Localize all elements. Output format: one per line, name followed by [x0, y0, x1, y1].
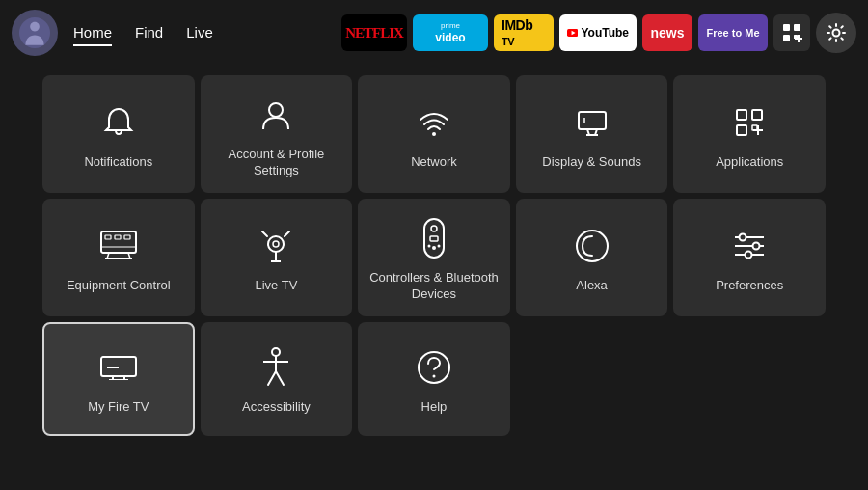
- svg-point-35: [427, 244, 430, 247]
- svg-point-53: [432, 375, 435, 378]
- svg-point-34: [432, 246, 436, 250]
- apps-icon: [727, 100, 772, 145]
- svg-point-37: [577, 231, 608, 261]
- svg-rect-15: [737, 110, 746, 120]
- nav-find[interactable]: Find: [135, 20, 163, 46]
- gear-icon: [826, 22, 847, 43]
- svg-point-43: [746, 252, 752, 259]
- tile-equipment[interactable]: Equipment Control: [42, 199, 195, 316]
- imdb-label: IMDb TV: [502, 17, 546, 48]
- tile-notifications[interactable]: Notifications: [42, 75, 195, 193]
- svg-rect-17: [737, 125, 746, 135]
- nav-live[interactable]: Live: [186, 20, 213, 46]
- svg-rect-25: [124, 235, 130, 239]
- tile-help[interactable]: Help: [358, 322, 510, 436]
- settings-row-1: Notifications Account & Profile Settings: [42, 75, 826, 193]
- account-label: Account & Profile Settings: [208, 147, 345, 179]
- question-icon: [412, 345, 456, 390]
- livetv-label: Live TV: [255, 278, 297, 294]
- svg-point-11: [432, 132, 436, 136]
- settings-button[interactable]: [816, 13, 856, 53]
- settings-container: Notifications Account & Profile Settings: [0, 66, 868, 446]
- tile-preferences[interactable]: Preferences: [673, 199, 826, 316]
- applications-label: Applications: [716, 154, 783, 171]
- wifi-icon: [412, 100, 456, 145]
- notifications-label: Notifications: [84, 154, 152, 171]
- svg-point-41: [740, 234, 746, 241]
- prime-label: prime video: [435, 21, 465, 44]
- alexa-label: Alexa: [576, 278, 608, 294]
- svg-point-27: [268, 236, 284, 252]
- tv-icon: [96, 224, 141, 268]
- tile-livetv[interactable]: Live TV: [201, 199, 353, 316]
- settings-row-3: My Fire TV Accessibility: [42, 322, 826, 436]
- svg-point-32: [431, 226, 437, 231]
- preferences-label: Preferences: [716, 278, 783, 294]
- svg-rect-23: [105, 235, 111, 239]
- display-label: Display & Sounds: [542, 154, 641, 171]
- svg-point-52: [419, 352, 449, 383]
- svg-point-9: [833, 30, 840, 37]
- freetome-label: Free to Me: [706, 27, 759, 39]
- tile-network[interactable]: Network: [358, 75, 510, 193]
- nav-home[interactable]: Home: [73, 20, 112, 46]
- user-avatar[interactable]: [12, 10, 58, 56]
- svg-point-42: [753, 243, 760, 250]
- remote-icon: [412, 216, 456, 260]
- svg-rect-21: [101, 231, 136, 253]
- app-youtube[interactable]: YouTube: [559, 14, 637, 51]
- svg-point-10: [269, 103, 283, 117]
- app-freetome[interactable]: Free to Me: [698, 14, 768, 51]
- tile-display[interactable]: Display & Sounds: [516, 75, 668, 193]
- accessibility-icon: [254, 345, 298, 390]
- youtube-label: YouTube: [581, 26, 629, 40]
- top-navigation: Home Find Live NETFLIX prime video IMDb …: [0, 0, 868, 66]
- display-icon: [570, 100, 614, 145]
- tile-alexa[interactable]: Alexa: [516, 199, 668, 316]
- netflix-label: NETFLIX: [345, 25, 403, 41]
- svg-rect-31: [424, 219, 444, 258]
- person-icon: [254, 93, 298, 137]
- controllers-label: Controllers & Bluetooth Devices: [366, 270, 502, 303]
- tile-controllers[interactable]: Controllers & Bluetooth Devices: [358, 199, 510, 316]
- svg-rect-12: [579, 112, 606, 129]
- help-label: Help: [421, 399, 448, 416]
- equipment-label: Equipment Control: [67, 278, 171, 294]
- sliders-icon: [727, 224, 772, 268]
- svg-rect-24: [115, 235, 121, 239]
- add-channels-button[interactable]: [773, 14, 810, 51]
- tile-myfiretv[interactable]: My Fire TV: [42, 322, 195, 436]
- tile-accessibility[interactable]: Accessibility: [201, 322, 353, 436]
- svg-rect-16: [752, 110, 762, 120]
- firetv-icon: [96, 345, 141, 390]
- app-news[interactable]: news: [642, 14, 692, 51]
- grid-add-icon: [781, 22, 802, 43]
- tile-applications[interactable]: Applications: [673, 75, 826, 193]
- svg-point-49: [272, 348, 280, 356]
- nav-apps: NETFLIX prime video IMDb TV YouTube news: [341, 13, 856, 53]
- network-label: Network: [411, 154, 457, 171]
- svg-rect-4: [794, 24, 800, 31]
- news-label: news: [650, 25, 684, 41]
- alexa-icon: [570, 224, 614, 268]
- svg-rect-5: [783, 35, 790, 41]
- settings-row-2: Equipment Control Live TV: [42, 199, 826, 316]
- app-prime[interactable]: prime video: [413, 14, 488, 51]
- antenna-icon: [254, 224, 298, 268]
- svg-point-36: [437, 244, 440, 247]
- nav-links: Home Find Live: [73, 20, 213, 46]
- app-netflix[interactable]: NETFLIX: [341, 14, 407, 51]
- svg-rect-3: [783, 24, 790, 31]
- bell-icon: [96, 100, 141, 145]
- svg-point-28: [273, 241, 279, 247]
- youtube-icon: [567, 26, 578, 40]
- svg-rect-33: [430, 236, 438, 241]
- myfiretv-label: My Fire TV: [88, 399, 149, 416]
- app-imdb[interactable]: IMDb TV: [494, 14, 554, 51]
- tile-account[interactable]: Account & Profile Settings: [201, 75, 353, 193]
- accessibility-label: Accessibility: [242, 399, 311, 416]
